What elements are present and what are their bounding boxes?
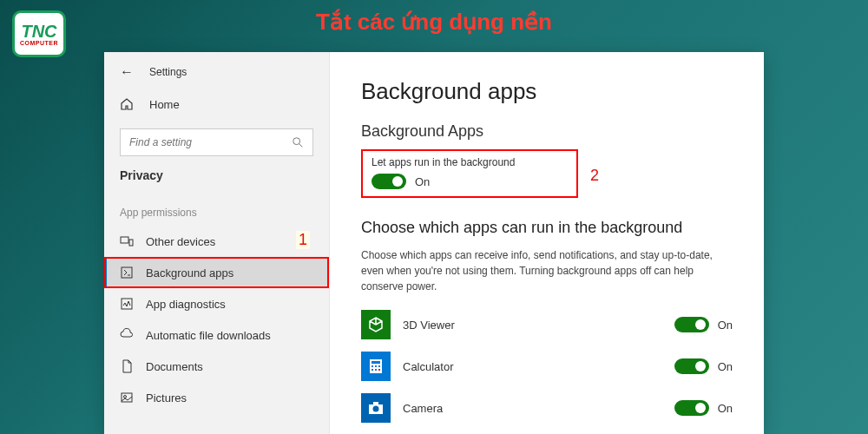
sidebar-item-documents[interactable]: Documents [104, 351, 329, 382]
sidebar-item-app-diagnostics[interactable]: App diagnostics [104, 288, 329, 319]
svg-rect-18 [129, 240, 133, 246]
app-name: Camera [403, 402, 674, 415]
svg-rect-24 [372, 361, 380, 364]
svg-point-33 [373, 406, 379, 412]
svg-rect-26 [375, 365, 377, 367]
nav-label: Pictures [146, 391, 187, 404]
main-content: Background apps Background Apps Let apps… [330, 52, 764, 434]
settings-sidebar: ← Settings Home Privacy App permissions … [104, 52, 330, 434]
search-input[interactable] [129, 136, 292, 148]
diagnostics-icon [120, 297, 134, 311]
svg-rect-25 [372, 365, 373, 367]
app-name: Calculator [403, 360, 674, 373]
sidebar-item-pictures[interactable]: Pictures [104, 382, 329, 413]
master-toggle-block: Let apps run in the background On 2 [361, 149, 578, 198]
app-toggle-state: On [718, 360, 733, 373]
svg-rect-17 [121, 237, 128, 243]
nav-label: Documents [146, 360, 203, 373]
svg-rect-29 [375, 369, 377, 371]
search-box[interactable] [120, 128, 313, 156]
cloud-download-icon [120, 328, 134, 342]
svg-rect-28 [372, 369, 373, 371]
nav-label: App diagnostics [146, 298, 226, 311]
app-row-camera: Camera On [361, 393, 733, 423]
app-toggle-camera[interactable] [674, 400, 709, 416]
document-icon [120, 359, 134, 373]
back-arrow-icon[interactable]: ← [120, 64, 134, 80]
app-toggle-state: On [718, 319, 733, 332]
nav-label: Other devices [146, 235, 215, 248]
camera-icon [361, 393, 391, 423]
svg-rect-20 [122, 299, 132, 309]
master-toggle-label: Let apps run in the background [372, 156, 568, 168]
page-title: Background apps [361, 78, 733, 105]
app-row-3d-viewer: 3D Viewer On [361, 310, 733, 339]
home-icon [120, 97, 134, 111]
section-label: App permissions [104, 191, 329, 226]
nav-label: Automatic file downloads [146, 329, 271, 342]
choose-apps-description: Choose which apps can receive info, send… [361, 247, 726, 294]
app-toggle-state: On [718, 402, 733, 415]
annotation-step-1: 1 [296, 231, 310, 249]
annotation-step-2: 2 [590, 167, 599, 185]
app-toggle-3d-viewer[interactable] [674, 317, 709, 332]
devices-icon [120, 234, 134, 248]
logo-text: TNC [21, 23, 56, 40]
master-toggle-state: On [415, 175, 430, 188]
background-apps-icon [120, 266, 134, 279]
sidebar-item-background-apps[interactable]: Background apps [104, 257, 329, 288]
home-label: Home [149, 98, 180, 111]
home-button[interactable]: Home [104, 87, 329, 122]
sidebar-item-other-devices[interactable]: Other devices 1 [104, 226, 329, 257]
logo-subtext: COMPUTER [20, 40, 58, 46]
svg-rect-30 [378, 369, 380, 371]
settings-label: Settings [149, 66, 187, 78]
master-toggle-switch[interactable] [372, 174, 406, 189]
article-title: Tắt các ứng dụng nền [316, 9, 552, 36]
app-name: 3D Viewer [403, 319, 674, 332]
pictures-icon [120, 391, 134, 404]
3d-viewer-icon [361, 310, 391, 339]
brand-logo: TNC COMPUTER [12, 10, 66, 57]
svg-rect-32 [373, 402, 378, 404]
svg-rect-27 [378, 365, 380, 367]
category-label: Privacy [104, 168, 329, 191]
svg-point-15 [293, 138, 300, 145]
choose-apps-title: Choose which apps can run in the backgro… [361, 219, 733, 237]
subsection-title: Background Apps [361, 122, 733, 141]
settings-window: ← Settings Home Privacy App permissions … [104, 52, 764, 434]
svg-line-16 [299, 144, 303, 148]
nav-label: Background apps [146, 266, 233, 279]
sidebar-item-auto-downloads[interactable]: Automatic file downloads [104, 319, 329, 351]
calculator-icon [361, 352, 391, 381]
app-toggle-calculator[interactable] [674, 358, 709, 374]
search-icon [292, 136, 304, 148]
app-row-calculator: Calculator On [361, 352, 733, 381]
sidebar-header: ← Settings [104, 64, 329, 87]
svg-point-22 [124, 396, 127, 398]
